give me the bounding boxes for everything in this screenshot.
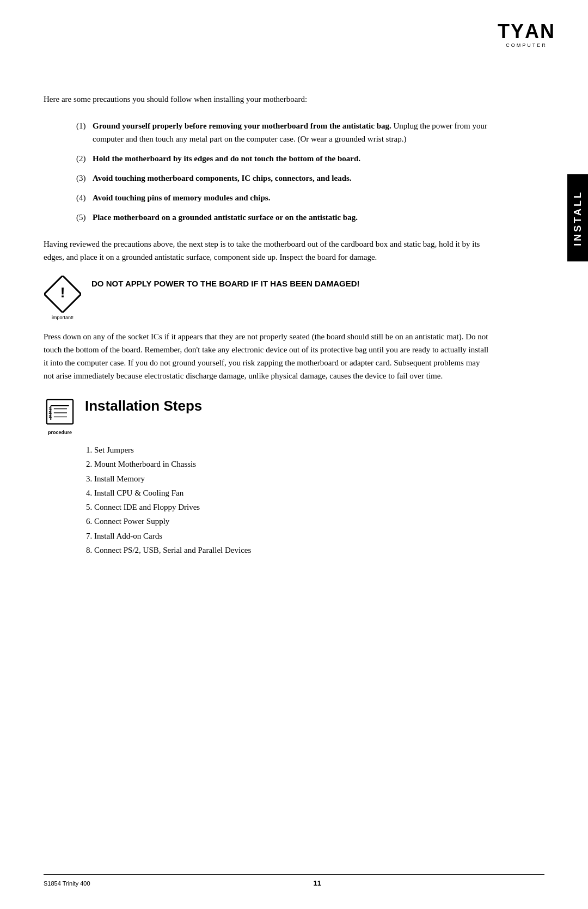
precaution-bold-5: Place motherboard on a grounded antistat… — [93, 213, 358, 222]
precaution-bold-3: Avoid touching motherboard components, I… — [93, 174, 352, 182]
precaution-item-5: (5) Place motherboard on a grounded anti… — [76, 211, 490, 224]
intro-paragraph: Here are some precautions you should fol… — [44, 93, 490, 106]
precaution-item-3: (3) Avoid touching motherboard component… — [76, 172, 490, 185]
logo-text: T — [498, 20, 511, 42]
install-step-1: 1. Set Jumpers — [86, 443, 490, 457]
install-step-2: 2. Mount Motherboard in Chassis — [86, 457, 490, 471]
main-content: Here are some precautions you should fol… — [44, 93, 544, 557]
precaution-text-1: Ground yourself properly before removing… — [93, 119, 490, 145]
procedure-svg: 1. 2. 3. — [44, 399, 76, 427]
svg-text:1.: 1. — [49, 406, 52, 410]
precaution-list: (1) Ground yourself properly before remo… — [76, 119, 490, 224]
logo-area: TYAN COMPUTER — [498, 22, 555, 48]
precaution-text-5: Place motherboard on a grounded antistat… — [93, 211, 490, 224]
precaution-text-2: Hold the motherboard by its edges and do… — [93, 152, 490, 165]
precaution-bold-4: Avoid touching pins of memory modules an… — [93, 193, 270, 202]
precaution-bold-2: Hold the motherboard by its edges and do… — [93, 154, 360, 163]
svg-text:3.: 3. — [49, 414, 52, 418]
side-tab-label: INSTALL — [572, 190, 584, 246]
tyan-logo: TYAN — [498, 22, 555, 41]
page-number: 11 — [314, 879, 321, 887]
install-steps-list: 1. Set Jumpers 2. Mount Motherboard in C… — [86, 443, 490, 557]
precaution-num-5: (5) — [76, 211, 93, 224]
press-paragraph: Press down on any of the socket ICs if i… — [44, 330, 490, 382]
review-paragraph: Having reviewed the precautions above, t… — [44, 237, 490, 264]
warning-section: ! important! DO NOT APPLY POWER TO THE B… — [44, 276, 490, 320]
page-container: TYAN COMPUTER INSTALL Here are some prec… — [0, 0, 588, 909]
logo-text2: AN — [525, 20, 555, 42]
logo-cross-letter: Y — [511, 22, 525, 41]
install-step-6: 6. Connect Power Supply — [86, 514, 490, 528]
precaution-item-4: (4) Avoid touching pins of memory module… — [76, 191, 490, 204]
precaution-num-1: (1) — [76, 119, 93, 145]
warning-label: important! — [52, 315, 74, 320]
warning-text: DO NOT APPLY POWER TO THE BOARD IF IT HA… — [91, 276, 360, 289]
warning-diamond-container: ! — [44, 276, 81, 313]
warning-diamond-svg: ! — [44, 276, 81, 313]
precaution-item-2: (2) Hold the motherboard by its edges an… — [76, 152, 490, 165]
page-footer: S1854 Trinity 400 11 — [44, 874, 544, 887]
install-step-5: 5. Connect IDE and Floppy Drives — [86, 500, 490, 514]
side-tab: INSTALL — [567, 174, 588, 261]
procedure-icon: 1. 2. 3. procedure — [44, 399, 76, 435]
install-steps-heading: Installation Steps — [85, 398, 202, 414]
install-step-4: 4. Install CPU & Cooling Fan — [86, 486, 490, 500]
precaution-text-3: Avoid touching motherboard components, I… — [93, 172, 490, 185]
precaution-num-3: (3) — [76, 172, 93, 185]
install-section: 1. 2. 3. procedure Installation Steps 1.… — [44, 398, 490, 557]
procedure-label: procedure — [44, 430, 76, 435]
precaution-num-4: (4) — [76, 191, 93, 204]
warning-icon-wrap: ! important! — [44, 276, 82, 320]
install-step-3: 3. Install Memory — [86, 472, 490, 486]
logo-subtitle: COMPUTER — [498, 42, 555, 48]
precaution-item-1: (1) Ground yourself properly before remo… — [76, 119, 490, 145]
install-step-7: 7. Install Add-on Cards — [86, 529, 490, 543]
precaution-num-2: (2) — [76, 152, 93, 165]
install-heading-row: 1. 2. 3. procedure Installation Steps — [44, 398, 490, 435]
install-step-8: 8. Connect PS/2, USB, Serial and Paralle… — [86, 543, 490, 557]
svg-text:2.: 2. — [49, 411, 52, 414]
precaution-bold-1: Ground yourself properly before removing… — [93, 121, 391, 130]
footer-left: S1854 Trinity 400 — [44, 880, 90, 887]
precaution-text-4: Avoid touching pins of memory modules an… — [93, 191, 490, 204]
svg-text:!: ! — [60, 284, 65, 301]
